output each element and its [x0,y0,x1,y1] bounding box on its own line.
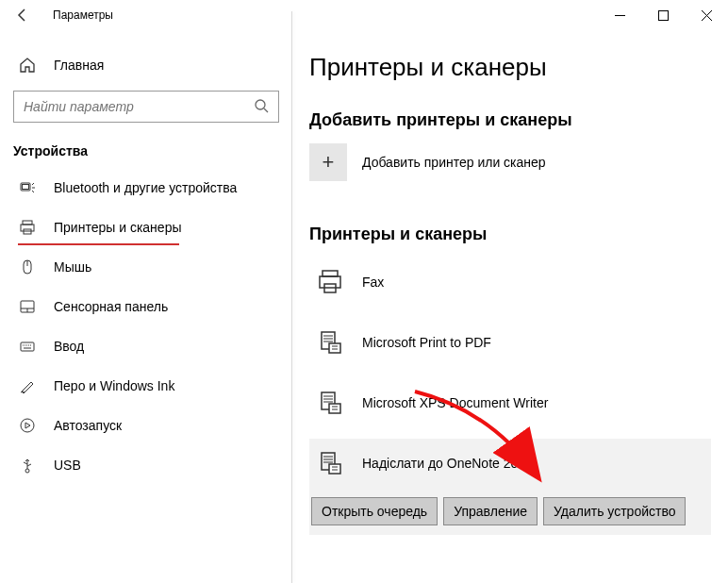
page-title: Принтеры и сканеры [309,53,711,82]
svg-point-11 [25,469,29,473]
sidebar-item-label: Принтеры и сканеры [54,220,181,235]
active-underline [18,243,179,245]
printer-label: Microsoft Print to PDF [362,335,491,350]
close-button[interactable] [685,0,728,30]
sidebar-item-label: Автозапуск [54,418,122,433]
sidebar: Главная Устройства Bluetooth и другие ус… [0,30,292,583]
search-icon [254,98,269,116]
mouse-icon [18,258,37,275]
svg-point-10 [21,419,34,432]
printer-item-fax[interactable]: Fax [309,258,711,307]
sidebar-item-pen[interactable]: Перо и Windows Ink [0,366,292,406]
sidebar-item-printers[interactable]: Принтеры и сканеры [0,208,292,247]
list-section-title: Принтеры и сканеры [309,225,711,244]
printer-icon [18,219,37,236]
sidebar-item-label: Сенсорная панель [54,299,168,314]
search-input[interactable] [13,91,279,123]
manage-button[interactable]: Управление [443,497,538,525]
svg-rect-16 [329,343,340,353]
sidebar-item-label: Ввод [54,339,84,354]
svg-rect-13 [320,276,340,288]
bluetooth-icon [18,179,37,196]
home-icon [18,57,37,74]
svg-rect-12 [323,271,338,276]
open-queue-button[interactable]: Открыть очередь [311,497,438,525]
svg-rect-0 [658,10,668,20]
printer-actions: Открыть очередь Управление Удалить устро… [309,488,711,535]
add-section-title: Добавить принтеры и сканеры [309,110,711,130]
printer-label: Fax [362,275,384,290]
printer-item-onenote[interactable]: Надіслати до OneNote 2013 [309,439,711,488]
sidebar-item-touchpad[interactable]: Сенсорная панель [0,287,292,326]
maximize-button[interactable] [641,0,685,30]
sidebar-home[interactable]: Главная [0,47,292,83]
usb-icon [18,457,37,474]
titlebar: Параметры [0,0,728,30]
add-printer-row[interactable]: + Добавить принтер или сканер [309,143,711,181]
window-title: Параметры [38,8,113,22]
remove-device-button[interactable]: Удалить устройство [543,497,686,525]
content-pane: Принтеры и сканеры Добавить принтеры и с… [292,30,728,583]
printer-doc-icon [313,325,347,359]
printer-doc-icon [313,446,347,480]
svg-point-1 [256,100,265,109]
search-field[interactable] [24,99,254,114]
svg-rect-4 [23,221,32,225]
sidebar-item-bluetooth[interactable]: Bluetooth и другие устройства [0,168,292,208]
sidebar-item-mouse[interactable]: Мышь [0,247,292,287]
sidebar-item-typing[interactable]: Ввод [0,326,292,366]
sidebar-category: Устройства [0,136,292,168]
add-printer-label: Добавить принтер или сканер [362,155,546,170]
printer-label: Надіслати до OneNote 2013 [362,456,533,471]
sidebar-item-usb[interactable]: USB [0,445,292,485]
svg-rect-20 [329,464,340,474]
printer-item-pdf[interactable]: Microsoft Print to PDF [309,318,711,367]
svg-rect-3 [23,185,29,190]
autoplay-icon [18,417,37,434]
plus-icon: + [309,143,347,181]
svg-rect-5 [21,225,34,231]
sidebar-item-label: Перо и Windows Ink [54,378,174,393]
printer-doc-icon [313,386,347,420]
sidebar-item-autoplay[interactable]: Автозапуск [0,406,292,445]
printer-icon [313,265,347,299]
svg-rect-9 [21,342,34,351]
touchpad-icon [18,298,37,315]
pen-icon [18,377,37,394]
printer-label: Microsoft XPS Document Writer [362,395,548,410]
sidebar-home-label: Главная [54,58,104,73]
sidebar-item-label: Мышь [54,259,91,275]
keyboard-icon [18,338,37,355]
back-button[interactable] [8,0,38,30]
sidebar-item-label: Bluetooth и другие устройства [54,180,237,195]
printer-item-xps[interactable]: Microsoft XPS Document Writer [309,378,711,427]
sidebar-item-label: USB [54,458,81,473]
svg-rect-18 [329,404,340,413]
minimize-button[interactable] [598,0,641,30]
